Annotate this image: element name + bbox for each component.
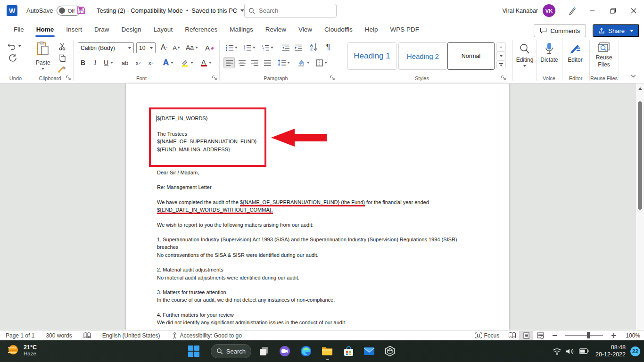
editing-button[interactable]: Editing <box>515 43 535 67</box>
superscript-button[interactable]: x2 <box>145 58 157 68</box>
tab-cloudoffis[interactable]: Cloudoffis <box>318 22 359 37</box>
grow-font-button[interactable]: A^ <box>158 42 170 53</box>
battery-icon[interactable] <box>579 348 589 354</box>
show-marks-button[interactable]: ¶ <box>322 41 334 53</box>
taskbar-search[interactable]: Search <box>211 344 251 358</box>
user-name[interactable]: Viral Kanabar <box>502 8 538 14</box>
share-button[interactable]: Share <box>593 24 639 37</box>
save-icon[interactable] <box>77 6 85 16</box>
copy-button[interactable] <box>58 54 66 62</box>
collapse-ribbon-button[interactable] <box>628 72 638 80</box>
align-right-button[interactable] <box>249 57 260 68</box>
chat-app-icon[interactable] <box>279 346 290 357</box>
justify-button[interactable] <box>262 57 273 68</box>
reuse-files-button[interactable]: Reuse Files <box>592 42 616 68</box>
font-color-button[interactable]: A <box>198 58 214 68</box>
search-input[interactable] <box>259 7 325 14</box>
strikethrough-button[interactable]: ab <box>119 58 131 68</box>
print-layout-button[interactable] <box>519 331 533 340</box>
shrink-font-button[interactable]: A <box>171 42 182 53</box>
underline-button[interactable]: U <box>101 58 116 68</box>
titlebar-search[interactable] <box>244 4 337 17</box>
format-painter-button[interactable] <box>58 65 67 74</box>
tab-review[interactable]: Review <box>259 22 292 37</box>
font-size-select[interactable]: 10 <box>136 42 156 53</box>
change-case-button[interactable]: Aa <box>185 42 199 53</box>
tab-home[interactable]: Home <box>30 22 60 37</box>
paragraph-dialog-launcher[interactable] <box>330 75 336 81</box>
minimize-button[interactable] <box>582 0 603 21</box>
weather-widget[interactable]: 21°C Haze <box>7 344 37 356</box>
editor-button[interactable]: Editor <box>564 42 586 63</box>
tab-help[interactable]: Help <box>359 22 384 37</box>
word-count[interactable]: 300 words <box>40 330 77 341</box>
scrollbar-thumb[interactable] <box>638 101 642 210</box>
edge-browser-icon[interactable] <box>300 346 312 357</box>
font-dialog-launcher[interactable] <box>212 75 218 81</box>
styles-scroll-down[interactable] <box>496 51 506 60</box>
bold-button[interactable]: B <box>78 58 88 68</box>
comments-button[interactable]: Comments <box>534 24 586 37</box>
clipboard-dialog-launcher[interactable] <box>66 75 72 81</box>
tab-insert[interactable]: Insert <box>60 22 88 37</box>
tab-wps-pdf[interactable]: WPS PDF <box>384 22 426 37</box>
dictate-button[interactable]: Dictate <box>538 42 561 63</box>
tab-draw[interactable]: Draw <box>88 22 116 37</box>
font-name-select[interactable]: Calibri (Body) <box>78 42 134 53</box>
zoom-slider-handle[interactable] <box>587 332 590 338</box>
numbering-button[interactable]: 123 <box>242 42 256 53</box>
align-left-button[interactable] <box>223 57 235 68</box>
accessibility-status[interactable]: Accessibility: Good to go <box>166 330 248 341</box>
read-mode-button[interactable] <box>505 331 519 340</box>
page-indicator[interactable]: Page 1 of 1 <box>0 330 40 341</box>
cut-button[interactable] <box>58 42 66 50</box>
avatar[interactable]: VK <box>543 4 555 17</box>
store-app-icon[interactable] <box>343 346 354 357</box>
pen-sparkle-icon[interactable] <box>563 0 582 21</box>
shading-button[interactable] <box>296 57 311 68</box>
highlight-color-button[interactable] <box>179 58 196 68</box>
tab-layout[interactable]: Layout <box>148 22 179 37</box>
wifi-icon[interactable] <box>553 348 561 355</box>
web-layout-button[interactable] <box>533 331 547 340</box>
styles-dialog-launcher[interactable] <box>501 75 507 81</box>
zoom-in-button[interactable] <box>607 331 621 340</box>
language-indicator[interactable]: English (United States) <box>97 330 166 341</box>
vertical-scrollbar[interactable] <box>636 83 644 330</box>
style-heading1[interactable]: Heading 1 <box>347 42 396 70</box>
paste-button[interactable]: Paste <box>36 41 50 70</box>
restore-button[interactable] <box>603 0 623 21</box>
focus-button[interactable]: Focus <box>470 330 505 341</box>
styles-scroll-up[interactable] <box>496 42 506 51</box>
style-normal-selected[interactable]: Normal <box>447 42 495 70</box>
proofing-icon[interactable] <box>78 330 97 341</box>
mail-app-icon[interactable] <box>363 346 375 357</box>
increase-indent-button[interactable] <box>293 42 304 53</box>
clock[interactable]: 08:48 20-12-2022 <box>595 344 626 358</box>
line-spacing-button[interactable] <box>276 57 291 68</box>
sort-button[interactable]: AZ <box>307 41 320 53</box>
tab-file[interactable]: File <box>8 22 30 37</box>
zoom-slider[interactable] <box>565 335 603 336</box>
document-title[interactable]: Testing (2) - Compatibility Mode • Saved… <box>97 7 244 14</box>
zoom-level[interactable]: 100% <box>626 332 640 339</box>
styles-more-button[interactable] <box>496 60 506 69</box>
redo-button[interactable] <box>8 54 17 62</box>
notification-badge[interactable]: 22 <box>630 346 640 356</box>
scroll-up-icon[interactable] <box>638 87 642 90</box>
start-button[interactable] <box>188 346 199 357</box>
tab-mailings[interactable]: Mailings <box>223 22 259 37</box>
speaker-icon[interactable] <box>566 348 575 355</box>
document-page[interactable]: ${DATE_IN_WORDS} The Trustees ${NAME_OF_… <box>126 83 509 330</box>
subscript-button[interactable]: x2 <box>132 58 144 68</box>
undo-button[interactable] <box>8 42 21 50</box>
task-view-button[interactable] <box>258 346 270 357</box>
viewer-3d-app-icon[interactable] <box>384 346 396 357</box>
borders-button[interactable] <box>314 57 329 68</box>
clear-formatting-button[interactable]: A <box>204 42 216 53</box>
italic-button[interactable]: I <box>90 58 100 68</box>
style-heading2[interactable]: Heading 2 <box>398 42 447 70</box>
zoom-out-button[interactable] <box>547 331 561 340</box>
bullets-button[interactable] <box>224 42 239 53</box>
tab-references[interactable]: References <box>179 22 223 37</box>
